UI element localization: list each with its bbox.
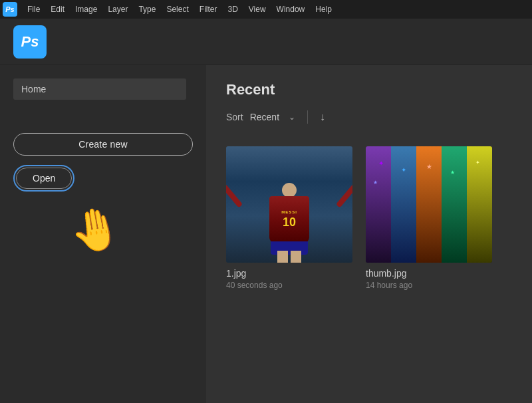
- menu-bar: Ps File Edit Image Layer Type Select Fil…: [0, 0, 532, 19]
- leg-right: [291, 251, 301, 263]
- sidebar: Create new Open 🤚: [0, 65, 206, 403]
- menu-window[interactable]: Window: [272, 3, 310, 15]
- menu-edit[interactable]: Edit: [46, 3, 69, 15]
- filetime-1: 40 seconds ago: [226, 281, 283, 290]
- figure-head: [282, 183, 297, 198]
- filename-2: thumb.jpg: [366, 268, 406, 279]
- menu-3d[interactable]: 3D: [223, 3, 242, 15]
- menu-help[interactable]: Help: [311, 3, 336, 15]
- thumbnails-row: MESSI 10 1.jpg 40 seconds ago ✦ ★: [226, 146, 512, 290]
- create-new-button[interactable]: Create new: [13, 133, 193, 156]
- menu-filter[interactable]: Filter: [195, 3, 222, 15]
- arm-right: [336, 184, 352, 208]
- sort-divider: [307, 110, 308, 124]
- ps-logo: Ps: [13, 25, 47, 59]
- logo-bar: Ps: [0, 19, 532, 65]
- menu-image[interactable]: Image: [70, 3, 102, 15]
- menu-layer[interactable]: Layer: [103, 3, 132, 15]
- menu-view[interactable]: View: [244, 3, 271, 15]
- shorts: [271, 241, 308, 255]
- open-button-wrapper: Open: [13, 165, 193, 192]
- main-content: Create new Open 🤚 Recent Sort Recent ⌄ ↓: [0, 65, 532, 403]
- jersey-name: MESSI: [281, 210, 297, 214]
- chevron-down-icon[interactable]: ⌄: [289, 112, 295, 122]
- thumb-lol-img: ✦ ★ ✦ ★ ★ ✦: [366, 146, 492, 263]
- hand-cursor-icon: 🤚: [66, 202, 124, 258]
- right-panel: Recent Sort Recent ⌄ ↓ MESSI 10: [206, 65, 532, 403]
- jersey: MESSI 10: [269, 196, 309, 243]
- sort-row: Sort Recent ⌄ ↓: [226, 110, 512, 132]
- sort-label: Sort: [226, 112, 243, 122]
- menu-file[interactable]: File: [23, 3, 45, 15]
- buttons-column: Create new Open: [13, 114, 193, 192]
- thumb-messi-img: MESSI 10: [226, 146, 352, 263]
- recent-title: Recent: [226, 81, 512, 98]
- filetime-2: 14 hours ago: [366, 281, 412, 290]
- lol-strip-1: ✦ ★: [366, 146, 391, 263]
- lol-strip-5: ✦: [467, 146, 492, 263]
- arm-left: [226, 184, 243, 208]
- sort-value[interactable]: Recent: [250, 112, 279, 122]
- jersey-number: 10: [283, 215, 296, 229]
- ps-menu-icon: Ps: [3, 2, 17, 17]
- lol-strip-3: ★: [416, 146, 442, 263]
- filename-1: 1.jpg: [226, 268, 246, 279]
- open-button-border: Open: [13, 165, 74, 192]
- file-card-2[interactable]: ✦ ★ ✦ ★ ★ ✦ thumb.jpg: [366, 146, 492, 290]
- download-icon[interactable]: ↓: [320, 111, 325, 123]
- home-input[interactable]: [13, 78, 186, 100]
- menu-select[interactable]: Select: [162, 3, 193, 15]
- file-card-1[interactable]: MESSI 10 1.jpg 40 seconds ago: [226, 146, 352, 290]
- lol-strip-2: ✦: [391, 146, 416, 263]
- lol-strip-4: ★: [442, 146, 467, 263]
- open-button[interactable]: Open: [16, 168, 72, 189]
- menu-type[interactable]: Type: [134, 3, 160, 15]
- leg-left: [277, 251, 288, 263]
